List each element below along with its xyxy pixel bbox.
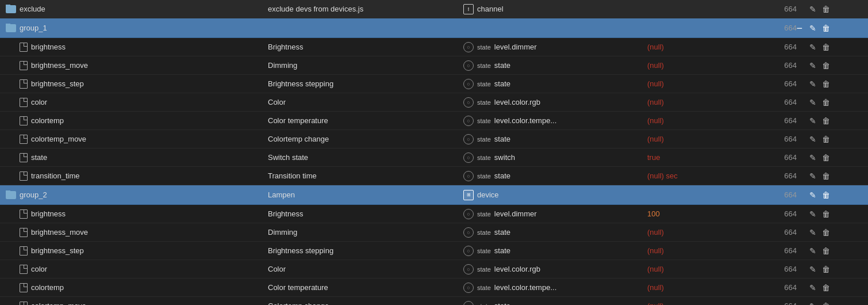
item-delete-btn[interactable]: 🗑 [821, 97, 831, 108]
item-subtype: level.color.tempe... [494, 283, 556, 292]
item-delete-btn[interactable]: 🗑 [821, 42, 831, 52]
list-item: brightness_move Dimming ○ state state (n… [0, 223, 868, 242]
item-edit-btn[interactable]: ✎ [808, 152, 817, 163]
item-type-badge: state [477, 136, 491, 143]
item-edit-btn[interactable]: ✎ [808, 97, 817, 108]
item-num: 664 [762, 246, 797, 255]
item-delete-btn[interactable]: 🗑 [821, 246, 831, 256]
state-icon: ○ [463, 209, 474, 219]
item-name: brightness_step [31, 246, 84, 255]
exclude-name: exclude [20, 5, 45, 13]
item-name: state [31, 153, 47, 162]
item-subtype: state [494, 246, 510, 255]
item-edit-btn[interactable]: ✎ [808, 246, 817, 256]
item-type-badge: state [477, 99, 491, 106]
item-delete-btn[interactable]: 🗑 [821, 152, 831, 163]
item-edit-btn[interactable]: ✎ [808, 42, 817, 52]
item-value: (null) [647, 79, 762, 88]
item-type-badge: state [477, 62, 491, 69]
group1-num: 664 [762, 24, 797, 32]
item-num: 664 [762, 135, 797, 143]
item-edit-btn[interactable]: ✎ [808, 264, 817, 274]
item-name: brightness [31, 209, 66, 218]
list-item: color Color ○ state level.color.rgb (nul… [0, 93, 868, 112]
item-delete-btn[interactable]: 🗑 [821, 227, 831, 238]
list-item: colortemp Color temperature ○ state leve… [0, 112, 868, 130]
item-name-cell: brightness [3, 43, 268, 52]
group1-actions: − ✎ 🗑 [797, 23, 831, 33]
item-name-cell: color [3, 265, 268, 274]
exclude-type-label: channel [477, 5, 504, 13]
item-type-badge: state [477, 284, 491, 291]
item-actions: ✎ 🗑 [797, 264, 831, 274]
item-edit-btn[interactable]: ✎ [808, 227, 817, 238]
item-actions: ✎ 🗑 [797, 246, 831, 256]
item-type-badge: state [477, 211, 491, 218]
item-name: colortemp [31, 116, 64, 125]
item-num: 664 [762, 61, 797, 70]
item-actions: ✎ 🗑 [797, 97, 831, 108]
item-type: ○ state level.color.rgb [463, 97, 647, 108]
item-edit-btn[interactable]: ✎ [808, 116, 817, 126]
item-label: Brightness stepping [268, 79, 463, 88]
item-label: Colortemp change [268, 302, 463, 305]
file-icon [20, 43, 28, 52]
group2-label: Lampen [268, 190, 463, 199]
state-icon: ○ [463, 97, 474, 108]
file-icon [20, 209, 28, 219]
item-edit-btn[interactable]: ✎ [808, 301, 817, 306]
item-num: 664 [762, 79, 797, 88]
item-delete-btn[interactable]: 🗑 [821, 283, 831, 293]
exclude-delete-btn[interactable]: 🗑 [821, 4, 831, 14]
item-name: brightness_step [31, 79, 84, 88]
item-delete-btn[interactable]: 🗑 [821, 79, 831, 89]
list-item: colortemp_move Colortemp change ○ state … [0, 130, 868, 148]
item-delete-btn[interactable]: 🗑 [821, 301, 831, 306]
item-edit-btn[interactable]: ✎ [808, 171, 817, 181]
item-edit-btn[interactable]: ✎ [808, 134, 817, 144]
state-icon: ○ [463, 246, 474, 256]
item-actions: ✎ 🗑 [797, 42, 831, 52]
group2-delete-btn[interactable]: 🗑 [821, 190, 831, 200]
item-label: Color temperature [268, 283, 463, 292]
item-delete-btn[interactable]: 🗑 [821, 171, 831, 181]
group1-edit-btn[interactable]: ✎ [808, 23, 817, 33]
item-edit-btn[interactable]: ✎ [808, 79, 817, 89]
item-subtype: state [494, 171, 510, 180]
item-edit-btn[interactable]: ✎ [808, 209, 817, 219]
item-delete-btn[interactable]: 🗑 [821, 134, 831, 144]
item-edit-btn[interactable]: ✎ [808, 60, 817, 71]
item-type: ○ state state [463, 246, 647, 256]
item-delete-btn[interactable]: 🗑 [821, 264, 831, 274]
exclude-label: exclude devs from devices.js [268, 5, 463, 13]
item-name-cell: brightness [3, 209, 268, 219]
item-value: (null) [647, 98, 762, 106]
group2-edit-btn[interactable]: ✎ [808, 190, 817, 200]
list-item: state Switch state ○ state switch true 6… [0, 148, 868, 167]
group1-collapse-btn[interactable]: − [794, 23, 805, 33]
list-item: brightness Brightness ○ state level.dimm… [0, 205, 868, 223]
item-name-cell: colortemp_move [3, 135, 268, 144]
group1-name-cell: group_1 [3, 24, 268, 32]
file-icon [20, 98, 28, 107]
item-label: Dimming [268, 61, 463, 70]
exclude-edit-btn[interactable]: ✎ [808, 4, 817, 14]
main-table: exclude exclude devs from devices.js ! c… [0, 0, 868, 305]
item-name-cell: colortemp [3, 116, 268, 125]
list-item: brightness Brightness ○ state level.dimm… [0, 38, 868, 56]
exclude-row: exclude exclude devs from devices.js ! c… [0, 0, 868, 18]
group1-delete-btn[interactable]: 🗑 [821, 23, 831, 33]
group1-header: group_1 664 − ✎ 🗑 [0, 18, 868, 38]
item-actions: ✎ 🗑 [797, 301, 831, 306]
state-icon: ○ [463, 301, 474, 306]
item-type-badge: state [477, 247, 491, 254]
item-type: ○ state level.color.rgb [463, 264, 647, 274]
item-delete-btn[interactable]: 🗑 [821, 209, 831, 219]
item-edit-btn[interactable]: ✎ [808, 283, 817, 293]
item-delete-btn[interactable]: 🗑 [821, 60, 831, 71]
item-type: ○ state state [463, 60, 647, 71]
group2-items: brightness Brightness ○ state level.dimm… [0, 205, 868, 305]
item-delete-btn[interactable]: 🗑 [821, 116, 831, 126]
group1-items: brightness Brightness ○ state level.dimm… [0, 38, 868, 185]
item-num: 664 [762, 302, 797, 305]
